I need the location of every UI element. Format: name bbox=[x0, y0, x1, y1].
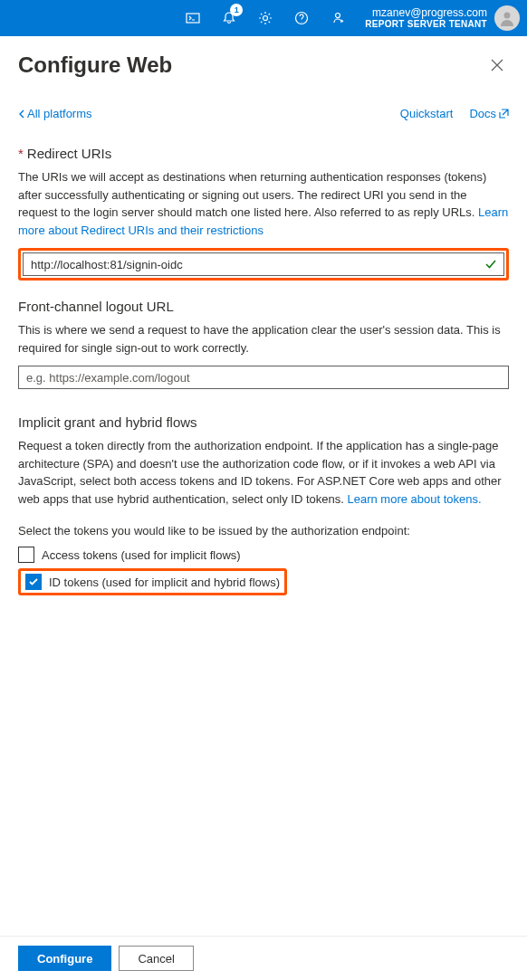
implicit-grant-description: Request a token directly from the author… bbox=[18, 437, 509, 508]
redirect-uri-highlight bbox=[18, 248, 509, 281]
svg-rect-0 bbox=[187, 14, 199, 23]
docs-link[interactable]: Docs bbox=[469, 107, 509, 120]
id-tokens-label: ID tokens (used for implicit and hybrid … bbox=[49, 576, 280, 589]
user-account[interactable]: mzanev@progress.com REPORT SERVER TENANT bbox=[365, 5, 520, 31]
footer: Configure Cancel bbox=[0, 936, 527, 980]
cloud-shell-icon[interactable] bbox=[175, 0, 211, 36]
content: All platforms Quickstart Docs *Redirect … bbox=[0, 107, 527, 595]
nav-right: Quickstart Docs bbox=[400, 107, 509, 120]
quickstart-link[interactable]: Quickstart bbox=[400, 107, 454, 120]
avatar bbox=[494, 5, 520, 31]
id-tokens-highlight: ID tokens (used for implicit and hybrid … bbox=[18, 568, 287, 595]
top-header: 1 mzanev@progress.com REPORT SERVER TENA… bbox=[0, 0, 527, 36]
required-star: * bbox=[18, 146, 24, 161]
header-icons: 1 bbox=[175, 0, 356, 36]
access-tokens-label: Access tokens (used for implicit flows) bbox=[42, 548, 241, 562]
logout-url-description: This is where we send a request to have … bbox=[18, 321, 509, 357]
id-tokens-checkbox[interactable] bbox=[25, 574, 42, 590]
notification-badge: 1 bbox=[230, 4, 243, 16]
redirect-uri-input[interactable] bbox=[23, 252, 504, 276]
check-icon bbox=[484, 258, 497, 271]
svg-point-3 bbox=[336, 14, 340, 18]
access-tokens-checkbox[interactable] bbox=[18, 547, 34, 563]
page-title: Configure Web bbox=[18, 52, 172, 78]
logout-url-input[interactable] bbox=[18, 366, 509, 389]
user-email: mzanev@progress.com bbox=[365, 6, 487, 19]
redirect-uris-heading: *Redirect URIs bbox=[18, 146, 509, 161]
chevron-left-icon bbox=[18, 109, 25, 119]
close-button[interactable] bbox=[485, 53, 509, 77]
logout-url-heading: Front-channel logout URL bbox=[18, 299, 509, 314]
nav-row: All platforms Quickstart Docs bbox=[18, 107, 509, 120]
implicit-grant-heading: Implicit grant and hybrid flows bbox=[18, 414, 509, 430]
external-link-icon bbox=[499, 109, 509, 119]
configure-button[interactable]: Configure bbox=[18, 946, 111, 971]
settings-icon[interactable] bbox=[247, 0, 283, 36]
access-tokens-row: Access tokens (used for implicit flows) bbox=[18, 547, 509, 563]
user-tenant: REPORT SERVER TENANT bbox=[365, 19, 487, 30]
tokens-learn-link[interactable]: Learn more about tokens. bbox=[348, 492, 482, 506]
back-all-platforms-link[interactable]: All platforms bbox=[18, 107, 92, 120]
svg-point-4 bbox=[504, 13, 511, 19]
redirect-uris-description: The URIs we will accept as destinations … bbox=[18, 168, 509, 239]
feedback-icon[interactable] bbox=[320, 0, 356, 36]
page-title-row: Configure Web bbox=[0, 36, 527, 87]
notifications-icon[interactable]: 1 bbox=[211, 0, 247, 36]
token-select-prompt: Select the tokens you would like to be i… bbox=[18, 524, 509, 538]
cancel-button[interactable]: Cancel bbox=[119, 946, 193, 971]
svg-point-1 bbox=[264, 16, 268, 21]
help-icon[interactable] bbox=[283, 0, 320, 36]
